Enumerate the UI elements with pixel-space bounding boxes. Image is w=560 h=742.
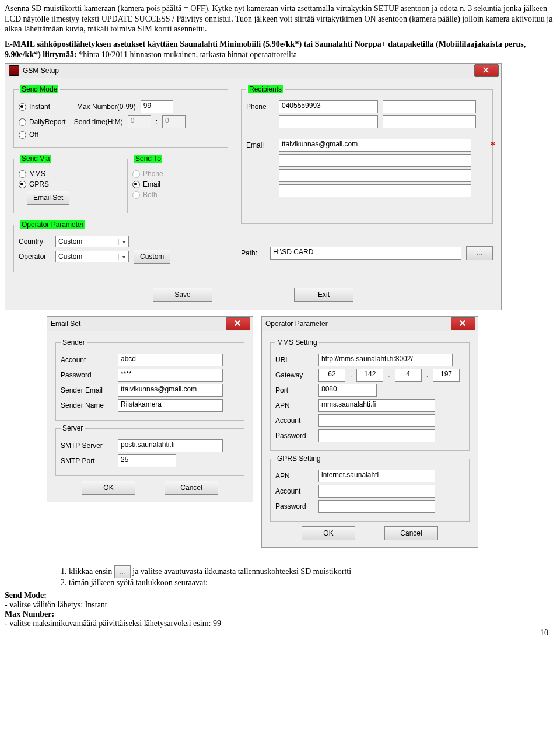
close-icon[interactable] xyxy=(474,64,499,77)
browse-button[interactable]: ... xyxy=(466,246,493,260)
smtpport-label: SMTP Port xyxy=(61,457,113,465)
mms-legend: MMS Setting xyxy=(275,338,319,346)
sendername-input[interactable]: Riistakamera xyxy=(118,399,223,412)
radio-instant[interactable]: Instant xyxy=(19,103,50,111)
sendmode-group: Send Mode Instant Max Number(0-99) 99 Da… xyxy=(13,85,228,148)
radio-gprs[interactable]: GPRS xyxy=(19,180,49,188)
smtpport-input[interactable]: 25 xyxy=(118,454,176,467)
cancel-button[interactable]: Cancel xyxy=(164,481,218,495)
gateway-1[interactable]: 62 xyxy=(318,369,345,382)
gateway-label: Gateway xyxy=(275,371,314,379)
account-label: Account xyxy=(61,356,113,364)
gsm-setup-window: GSM Setup * Send Mode Instant Max Number… xyxy=(5,63,502,310)
server-legend: Server xyxy=(61,424,85,432)
port-label: Port xyxy=(275,386,314,394)
apn-input[interactable]: mms.saunalahti.fi xyxy=(318,399,435,412)
sendvia-group: Send Via MMS GPRS Email Set xyxy=(13,155,114,214)
custom-button[interactable]: Custom xyxy=(134,250,170,264)
mms-password-input[interactable] xyxy=(318,429,435,442)
recipient-email-2[interactable] xyxy=(279,154,471,167)
gprs-legend: GPRS Setting xyxy=(275,454,323,463)
browse-icon-button: ... xyxy=(114,565,131,578)
sendmode-text: - valitse välitön lähetys: Instant xyxy=(5,600,555,610)
radio-mms[interactable]: MMS xyxy=(19,170,46,178)
radio-off[interactable]: Off xyxy=(19,131,38,139)
list-item-1: klikkaa ensin ... ja valitse avautuvasta… xyxy=(69,565,555,578)
path-input[interactable]: H:\SD CARD xyxy=(270,247,461,260)
operator-label: Operator xyxy=(19,253,51,261)
sendto-group: Send To Phone Email Both xyxy=(127,155,228,214)
app-icon xyxy=(9,65,19,76)
close-icon[interactable] xyxy=(451,317,475,330)
bottom-instructions: klikkaa ensin ... ja valitse avautuvasta… xyxy=(5,565,555,628)
gprs-setting-group: GPRS Setting APNinternet.saunalahti Acco… xyxy=(270,454,470,522)
recipient-phone-2[interactable] xyxy=(383,100,476,113)
senderemail-input[interactable]: ttalvikunnas@gmail.com xyxy=(118,384,223,397)
required-star: * xyxy=(491,140,495,150)
gprs-account-label: Account xyxy=(275,487,314,495)
gprs-password-label: Password xyxy=(275,502,314,510)
gateway-2[interactable]: 142 xyxy=(356,369,383,382)
sender-legend: Sender xyxy=(61,338,87,346)
smtp-label: SMTP Server xyxy=(61,442,113,450)
emailset-button[interactable]: Email Set xyxy=(27,191,69,205)
close-icon[interactable] xyxy=(226,317,250,330)
port-input[interactable]: 8080 xyxy=(318,384,377,397)
gsm-title: GSM Setup xyxy=(23,66,59,75)
gateway-4[interactable]: 197 xyxy=(433,369,460,382)
operatorparam-legend: Operator Parameter xyxy=(20,220,85,229)
save-button[interactable]: Save xyxy=(153,288,212,302)
recipient-email-3[interactable] xyxy=(279,169,471,182)
password-input[interactable]: **** xyxy=(118,369,223,382)
gprs-apn-input[interactable]: internet.saunalahti xyxy=(318,470,435,482)
server-group: Server SMTP Serverposti.saunalahti.fi SM… xyxy=(55,424,244,476)
radio-to-phone: Phone xyxy=(132,170,163,178)
recipients-legend: Recipients xyxy=(248,85,283,93)
emailset-title: Email Set xyxy=(51,320,80,328)
sendername-label: Sender Name xyxy=(61,401,113,410)
cancel-button[interactable]: Cancel xyxy=(384,526,438,540)
radio-dailyreport[interactable]: DailyReport xyxy=(19,118,66,126)
ok-button[interactable]: OK xyxy=(82,481,135,495)
mms-password-label: Password xyxy=(275,432,314,440)
gprs-password-input[interactable] xyxy=(318,500,435,513)
recipient-phone-label: Phone xyxy=(246,103,274,111)
mms-setting-group: MMS Setting URLhttp://mms.saunalahti.fi:… xyxy=(270,338,470,451)
gateway-3[interactable]: 4 xyxy=(395,369,422,382)
password-label: Password xyxy=(61,371,113,379)
url-label: URL xyxy=(275,356,314,364)
ok-button[interactable]: OK xyxy=(302,526,355,540)
time-colon: : xyxy=(156,118,158,126)
recipient-phone-3[interactable] xyxy=(279,116,378,128)
recipients-group: Recipients Phone 0405559993 Email ttalvi… xyxy=(241,85,493,224)
sendmode-legend: Send Mode xyxy=(20,85,58,93)
smtp-input[interactable]: posti.saunalahti.fi xyxy=(118,439,223,452)
apn-label: APN xyxy=(275,401,314,410)
operator-select[interactable]: Custom ▾ xyxy=(55,251,129,262)
operatorparam-title: Operator Parameter xyxy=(265,320,328,328)
recipient-phone-1[interactable]: 0405559993 xyxy=(279,100,378,113)
intro-text: Asenna SD muistikortti kameraan (kamera … xyxy=(5,4,555,34)
gprs-apn-label: APN xyxy=(275,472,314,480)
country-select[interactable]: Custom ▾ xyxy=(55,236,129,247)
sendto-legend: Send To xyxy=(134,155,162,163)
recipient-email-1[interactable]: ttalvikunnas@gmail.com xyxy=(279,139,471,152)
url-input[interactable]: http://mms.saunalahti.fi:8002/ xyxy=(318,354,453,366)
exit-button[interactable]: Exit xyxy=(294,288,354,302)
gprs-account-input[interactable] xyxy=(318,485,435,498)
maxnumber-input[interactable]: 99 xyxy=(141,100,173,113)
country-label: Country xyxy=(19,237,51,246)
section-heading: E-MAIL sähköpostilähetyksen asetukset kä… xyxy=(5,39,555,61)
recipient-email-4[interactable] xyxy=(279,184,471,197)
radio-to-both: Both xyxy=(132,191,158,199)
account-input[interactable]: abcd xyxy=(118,354,223,366)
mms-account-input[interactable] xyxy=(318,414,435,427)
path-label: Path: xyxy=(241,249,265,257)
maxnumber-text: - valitse maksimikuvamäärä päivittäiseks… xyxy=(5,619,555,628)
radio-to-email[interactable]: Email xyxy=(132,180,160,188)
senderemail-label: Sender Email xyxy=(61,386,113,394)
heading-light: *hinta 10/2011 hinnaston mukainen, tarka… xyxy=(79,50,297,59)
operatorparam-window: Operator Parameter MMS Setting URLhttp:/… xyxy=(261,316,478,548)
sendtime-min: 0 xyxy=(162,116,186,128)
recipient-phone-4[interactable] xyxy=(383,116,476,128)
